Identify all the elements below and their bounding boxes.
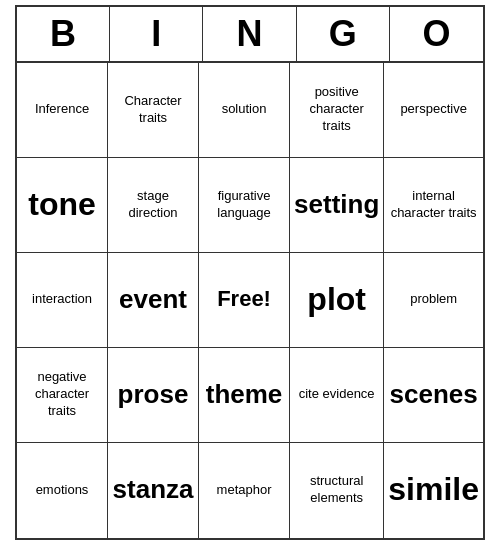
bingo-cell-23[interactable]: structural elements bbox=[290, 443, 384, 538]
bingo-cell-4[interactable]: perspective bbox=[384, 63, 483, 158]
bingo-cell-15[interactable]: negative character traits bbox=[17, 348, 108, 443]
bingo-cell-2[interactable]: solution bbox=[199, 63, 290, 158]
bingo-cell-1[interactable]: Character traits bbox=[108, 63, 199, 158]
bingo-cell-19[interactable]: scenes bbox=[384, 348, 483, 443]
bingo-cell-14[interactable]: problem bbox=[384, 253, 483, 348]
bingo-cell-22[interactable]: metaphor bbox=[199, 443, 290, 538]
bingo-cell-17[interactable]: theme bbox=[199, 348, 290, 443]
bingo-cell-7[interactable]: figurative language bbox=[199, 158, 290, 253]
bingo-cell-18[interactable]: cite evidence bbox=[290, 348, 384, 443]
bingo-header: BINGO bbox=[17, 7, 483, 63]
bingo-cell-10[interactable]: interaction bbox=[17, 253, 108, 348]
bingo-cell-16[interactable]: prose bbox=[108, 348, 199, 443]
bingo-cell-9[interactable]: internal character traits bbox=[384, 158, 483, 253]
header-letter-i: I bbox=[110, 7, 203, 61]
bingo-cell-20[interactable]: emotions bbox=[17, 443, 108, 538]
header-letter-o: O bbox=[390, 7, 483, 61]
bingo-cell-24[interactable]: simile bbox=[384, 443, 483, 538]
bingo-grid: InferenceCharacter traitssolutionpositiv… bbox=[17, 63, 483, 538]
bingo-cell-6[interactable]: stage direction bbox=[108, 158, 199, 253]
header-letter-b: B bbox=[17, 7, 110, 61]
bingo-cell-8[interactable]: setting bbox=[290, 158, 384, 253]
bingo-cell-3[interactable]: positive character traits bbox=[290, 63, 384, 158]
bingo-card: BINGO InferenceCharacter traitssolutionp… bbox=[15, 5, 485, 540]
header-letter-n: N bbox=[203, 7, 296, 61]
header-letter-g: G bbox=[297, 7, 390, 61]
bingo-cell-13[interactable]: plot bbox=[290, 253, 384, 348]
bingo-cell-0[interactable]: Inference bbox=[17, 63, 108, 158]
bingo-cell-12[interactable]: Free! bbox=[199, 253, 290, 348]
bingo-cell-11[interactable]: event bbox=[108, 253, 199, 348]
bingo-cell-21[interactable]: stanza bbox=[108, 443, 199, 538]
bingo-cell-5[interactable]: tone bbox=[17, 158, 108, 253]
